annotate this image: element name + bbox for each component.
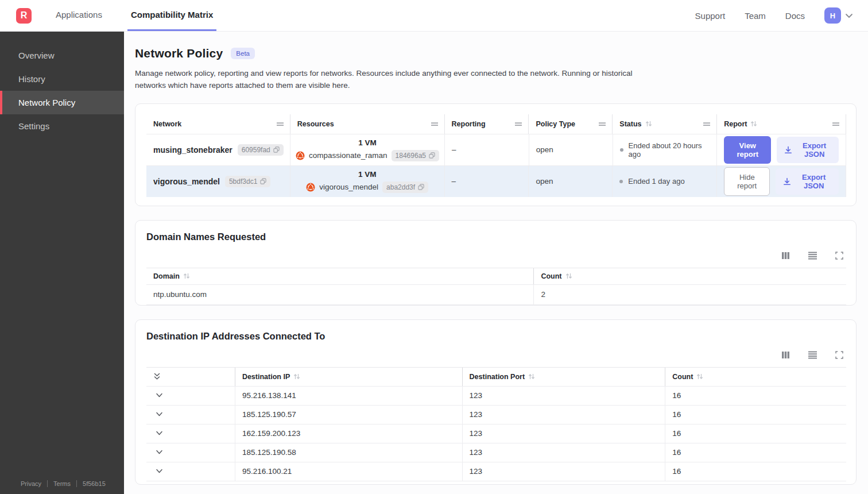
download-icon xyxy=(784,146,792,154)
nav-link-team[interactable]: Team xyxy=(745,11,766,21)
export-json-button[interactable]: Export JSON xyxy=(776,168,839,195)
domain-row[interactable]: ntp.ubuntu.com 2 xyxy=(146,284,846,305)
double-chevron-down-icon[interactable] xyxy=(153,373,161,380)
privacy-link[interactable]: Privacy xyxy=(21,480,41,487)
destination-port-cell: 123 xyxy=(462,387,665,405)
primary-tabs: Applications Compatibility Matrix xyxy=(52,0,216,31)
column-header-count[interactable]: Count xyxy=(665,368,846,386)
destination-ip-cell: 185.125.190.58 xyxy=(235,443,462,462)
sidebar-item-overview[interactable]: Overview xyxy=(0,44,124,67)
destination-row[interactable]: 162.159.200.123 123 16 xyxy=(146,424,846,443)
columns-icon[interactable] xyxy=(780,350,791,360)
app-logo[interactable]: R xyxy=(16,8,32,24)
sort-icon[interactable] xyxy=(293,373,300,380)
column-header-network[interactable]: Network xyxy=(146,114,290,134)
list-icon[interactable] xyxy=(807,350,819,360)
tab-compatibility-matrix[interactable]: Compatibility Matrix xyxy=(127,0,216,31)
expand-icon[interactable] xyxy=(834,250,844,261)
page-description: Manage network policy, reporting and vie… xyxy=(135,68,640,92)
hide-report-button[interactable]: Hide report xyxy=(724,167,770,196)
resource-name[interactable]: compassionate_raman xyxy=(309,151,388,160)
domain-card-toolbar xyxy=(146,250,844,261)
column-drag-icon[interactable] xyxy=(431,122,439,126)
column-header-reporting[interactable]: Reporting xyxy=(445,114,529,134)
list-icon[interactable] xyxy=(807,250,819,261)
expand-all-header[interactable] xyxy=(146,368,235,386)
copy-icon[interactable] xyxy=(429,152,435,159)
sort-icon[interactable] xyxy=(183,272,190,280)
network-row[interactable]: musing_stonebraker 60959fad 1 VM compass… xyxy=(146,134,846,165)
status-text: Ended 1 day ago xyxy=(628,177,684,186)
columns-icon[interactable] xyxy=(780,250,791,261)
destination-port-cell: 123 xyxy=(462,424,665,443)
chevron-down-icon xyxy=(845,13,853,18)
row-expand-chevron-icon[interactable] xyxy=(153,449,165,456)
column-header-domain[interactable]: Domain xyxy=(146,268,533,284)
destination-ip-cell: 95.216.138.141 xyxy=(235,387,462,405)
network-id-pill[interactable]: 5bdf3dc1 xyxy=(225,176,270,187)
row-expand-chevron-icon[interactable] xyxy=(153,430,165,437)
column-drag-icon[interactable] xyxy=(703,122,711,126)
sidebar-item-network-policy[interactable]: Network Policy xyxy=(0,91,124,114)
nav-link-docs[interactable]: Docs xyxy=(785,11,805,21)
destination-row[interactable] xyxy=(146,481,846,485)
column-header-count[interactable]: Count xyxy=(533,268,846,284)
sidebar-item-settings[interactable]: Settings xyxy=(0,114,124,138)
terms-link[interactable]: Terms xyxy=(53,480,71,487)
build-version: 5f56b15 xyxy=(83,480,106,487)
network-name-cell: vigorous_mendel 5bdf3dc1 xyxy=(146,166,290,197)
main-content: Network Policy Beta Manage network polic… xyxy=(124,32,868,494)
nav-link-support[interactable]: Support xyxy=(695,11,726,21)
column-header-destination-ip[interactable]: Destination IP xyxy=(235,368,462,386)
column-drag-icon[interactable] xyxy=(598,122,606,126)
copy-icon[interactable] xyxy=(260,178,266,184)
vm-count: 1 VM xyxy=(358,170,377,179)
network-name: musing_stonebraker xyxy=(153,145,232,155)
row-expand-chevron-icon[interactable] xyxy=(153,392,165,399)
row-expand-chevron-icon[interactable] xyxy=(153,468,165,475)
column-header-status[interactable]: Status xyxy=(613,114,717,134)
tab-applications[interactable]: Applications xyxy=(52,0,106,31)
copy-icon[interactable] xyxy=(273,146,280,153)
column-header-destination-port[interactable]: Destination Port xyxy=(462,368,665,386)
resource-id-pill[interactable]: aba2dd3f xyxy=(382,182,428,193)
column-header-policy-type[interactable]: Policy Type xyxy=(529,114,613,134)
sort-icon[interactable] xyxy=(645,120,652,128)
destination-row[interactable]: 185.125.190.57 123 16 xyxy=(146,405,846,424)
network-id-pill[interactable]: 60959fad xyxy=(238,144,284,156)
sort-icon[interactable] xyxy=(696,373,703,380)
destination-ip-cell: 185.125.190.57 xyxy=(235,406,462,424)
column-drag-icon[interactable] xyxy=(514,122,522,126)
sort-icon[interactable] xyxy=(565,272,572,280)
top-nav: R Applications Compatibility Matrix Supp… xyxy=(0,0,868,32)
status-cell: Ended about 20 hours ago xyxy=(613,134,718,165)
count-cell: 16 xyxy=(665,387,846,405)
sidebar-footer: Privacy Terms 5f56b15 xyxy=(0,480,124,494)
destination-row[interactable]: 95.216.100.21 123 16 xyxy=(146,462,846,481)
sidebar-item-history[interactable]: History xyxy=(0,67,124,91)
resource-name[interactable]: vigorous_mendel xyxy=(319,183,378,191)
export-json-button[interactable]: Export JSON xyxy=(777,137,839,163)
column-drag-icon[interactable] xyxy=(276,122,284,126)
count-cell: 16 xyxy=(665,462,846,481)
policy-type-cell: open xyxy=(529,166,613,197)
sort-icon[interactable] xyxy=(750,120,757,128)
column-header-report[interactable]: Report xyxy=(717,114,846,134)
destination-row[interactable]: 185.125.190.58 123 16 xyxy=(146,443,846,462)
status-dot-icon xyxy=(619,180,623,183)
sidebar: Overview History Network Policy Settings… xyxy=(0,32,124,494)
status-dot-icon xyxy=(620,148,623,152)
column-header-resources[interactable]: Resources xyxy=(290,114,445,134)
network-row[interactable]: vigorous_mendel 5bdf3dc1 1 VM vigorous_m… xyxy=(146,165,846,197)
view-report-button[interactable]: View report xyxy=(724,136,771,164)
column-drag-icon[interactable] xyxy=(832,122,840,126)
copy-icon[interactable] xyxy=(418,184,424,190)
count-cell: 16 xyxy=(665,443,846,462)
destination-ip-cell: 95.216.100.21 xyxy=(235,462,462,481)
row-expand-chevron-icon[interactable] xyxy=(153,411,165,418)
resource-id-pill[interactable]: 184696a5 xyxy=(392,150,439,161)
expand-icon[interactable] xyxy=(834,350,844,360)
sort-icon[interactable] xyxy=(528,373,535,380)
destination-row[interactable]: 95.216.138.141 123 16 xyxy=(146,386,846,405)
user-menu[interactable]: H xyxy=(824,7,853,24)
